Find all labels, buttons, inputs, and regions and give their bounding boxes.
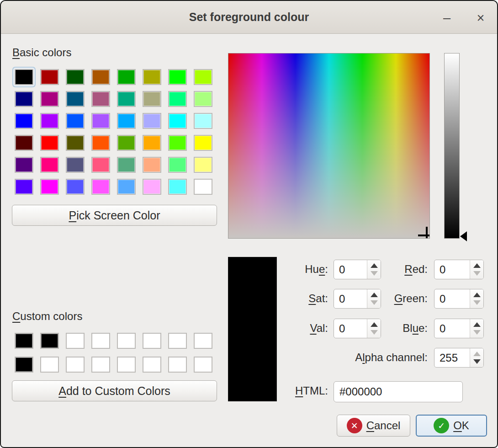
basic-color-well[interactable] bbox=[66, 135, 85, 151]
custom-color-well[interactable] bbox=[194, 357, 212, 373]
value-slider[interactable] bbox=[444, 53, 460, 239]
basic-color-well[interactable] bbox=[168, 135, 187, 151]
spin-up-icon[interactable] bbox=[473, 263, 481, 268]
basic-color-well[interactable] bbox=[194, 157, 212, 173]
basic-color-well[interactable] bbox=[168, 179, 187, 195]
spin-down-icon[interactable] bbox=[473, 271, 481, 276]
spin-up-icon[interactable] bbox=[473, 352, 481, 356]
basic-color-well[interactable] bbox=[15, 179, 33, 195]
titlebar[interactable]: Set foreground colour – × bbox=[1, 1, 497, 34]
spin-down-icon[interactable] bbox=[473, 300, 481, 305]
basic-color-well[interactable] bbox=[117, 179, 136, 195]
basic-color-well[interactable] bbox=[143, 69, 161, 85]
basic-color-well[interactable] bbox=[194, 179, 212, 195]
basic-color-well[interactable] bbox=[15, 113, 33, 129]
basic-color-well[interactable] bbox=[143, 135, 161, 151]
basic-colors-grid bbox=[15, 69, 212, 195]
custom-color-well[interactable] bbox=[40, 333, 59, 349]
basic-color-well[interactable] bbox=[40, 113, 59, 129]
custom-color-well[interactable] bbox=[143, 357, 161, 373]
basic-color-well[interactable] bbox=[91, 113, 110, 129]
green-label: Green: bbox=[293, 292, 428, 305]
custom-color-well[interactable] bbox=[143, 333, 161, 349]
basic-color-well[interactable] bbox=[194, 91, 212, 107]
ok-icon: ✓ bbox=[434, 418, 449, 433]
custom-color-well[interactable] bbox=[168, 333, 187, 349]
add-to-custom-colors-button[interactable]: Add to Custom Colors bbox=[12, 380, 217, 401]
basic-color-well[interactable] bbox=[117, 113, 136, 129]
basic-color-well[interactable] bbox=[91, 135, 110, 151]
custom-color-well[interactable] bbox=[91, 357, 110, 373]
html-label: HTML: bbox=[229, 384, 328, 397]
basic-color-well[interactable] bbox=[40, 135, 59, 151]
basic-color-well[interactable] bbox=[66, 113, 85, 129]
pick-screen-color-button[interactable]: Pick Screen Color bbox=[12, 205, 217, 226]
custom-color-well[interactable] bbox=[15, 333, 33, 349]
basic-color-well[interactable] bbox=[168, 113, 187, 129]
red-spinbox[interactable]: 0 bbox=[434, 260, 484, 279]
red-label: Red: bbox=[293, 263, 428, 276]
basic-color-well[interactable] bbox=[40, 69, 59, 85]
spin-up-icon[interactable] bbox=[473, 293, 481, 297]
basic-color-well[interactable] bbox=[194, 69, 212, 85]
basic-color-well[interactable] bbox=[117, 69, 136, 85]
red-value[interactable]: 0 bbox=[434, 260, 470, 279]
basic-color-well[interactable] bbox=[15, 157, 33, 173]
custom-color-well[interactable] bbox=[168, 357, 187, 373]
custom-color-well[interactable] bbox=[117, 357, 136, 373]
spin-down-icon[interactable] bbox=[473, 359, 481, 364]
basic-color-well[interactable] bbox=[15, 91, 33, 107]
custom-color-well[interactable] bbox=[15, 357, 33, 373]
ok-button[interactable]: ✓ OK bbox=[416, 415, 487, 437]
custom-color-well[interactable] bbox=[91, 333, 110, 349]
basic-color-well[interactable] bbox=[91, 91, 110, 107]
hue-saturation-picker[interactable] bbox=[228, 53, 430, 239]
basic-color-well[interactable] bbox=[91, 157, 110, 173]
basic-color-well[interactable] bbox=[117, 135, 136, 151]
alpha-spinbox[interactable]: 255 bbox=[434, 348, 484, 368]
custom-color-well[interactable] bbox=[117, 333, 136, 349]
basic-color-well[interactable] bbox=[143, 91, 161, 107]
green-spinbox[interactable]: 0 bbox=[434, 289, 484, 309]
basic-color-well[interactable] bbox=[168, 69, 187, 85]
custom-color-well[interactable] bbox=[66, 333, 85, 349]
green-value[interactable]: 0 bbox=[434, 289, 470, 308]
basic-color-well[interactable] bbox=[91, 179, 110, 195]
basic-color-well[interactable] bbox=[143, 113, 161, 129]
basic-color-well[interactable] bbox=[15, 135, 33, 151]
minimize-icon: – bbox=[443, 11, 450, 26]
minimize-button[interactable]: – bbox=[436, 8, 458, 27]
basic-color-well[interactable] bbox=[15, 69, 33, 85]
basic-color-well[interactable] bbox=[168, 157, 187, 173]
custom-color-well[interactable] bbox=[40, 357, 59, 373]
basic-color-well[interactable] bbox=[66, 91, 85, 107]
custom-color-well[interactable] bbox=[194, 333, 212, 349]
html-color-input[interactable] bbox=[334, 381, 463, 402]
custom-colors-label: Custom colors bbox=[12, 310, 82, 323]
basic-color-well[interactable] bbox=[117, 91, 136, 107]
cancel-button[interactable]: ✕ Cancel bbox=[337, 415, 410, 437]
custom-color-well[interactable] bbox=[66, 357, 85, 373]
value-slider-arrow[interactable] bbox=[460, 231, 467, 241]
basic-color-well[interactable] bbox=[66, 69, 85, 85]
alpha-value[interactable]: 255 bbox=[434, 348, 470, 367]
spin-up-icon[interactable] bbox=[473, 322, 481, 327]
blue-value[interactable]: 0 bbox=[434, 319, 470, 338]
basic-color-well[interactable] bbox=[194, 113, 212, 129]
basic-color-well[interactable] bbox=[143, 157, 161, 173]
basic-color-well[interactable] bbox=[91, 69, 110, 85]
close-button[interactable]: × bbox=[470, 8, 492, 27]
basic-color-well[interactable] bbox=[40, 157, 59, 173]
color-dialog-window: Set foreground colour – × Basic colors P… bbox=[0, 0, 498, 448]
basic-color-well[interactable] bbox=[194, 135, 212, 151]
basic-color-well[interactable] bbox=[168, 91, 187, 107]
basic-color-well[interactable] bbox=[40, 179, 59, 195]
picker-crosshair bbox=[426, 227, 428, 238]
basic-color-well[interactable] bbox=[66, 157, 85, 173]
basic-color-well[interactable] bbox=[143, 179, 161, 195]
basic-color-well[interactable] bbox=[66, 179, 85, 195]
basic-color-well[interactable] bbox=[40, 91, 59, 107]
blue-spinbox[interactable]: 0 bbox=[434, 319, 484, 338]
basic-color-well[interactable] bbox=[117, 157, 136, 173]
spin-down-icon[interactable] bbox=[473, 330, 481, 335]
